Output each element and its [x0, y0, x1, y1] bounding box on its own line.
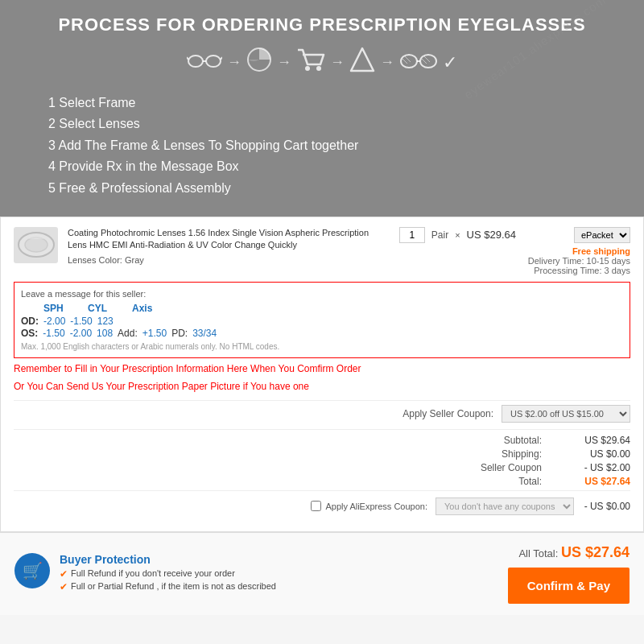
- page-title: PROCESS FOR ORDERING PRESCRIPTION EYEGLA…: [24, 14, 620, 35]
- svg-point-17: [25, 237, 47, 252]
- message-box: Leave a message for this seller: SPH CYL…: [14, 282, 630, 358]
- shipping-label: Shipping:: [477, 448, 542, 460]
- svg-point-7: [316, 66, 321, 71]
- ali-coupon-select[interactable]: You don't have any coupons: [436, 497, 574, 515]
- unit-price: US $29.64: [467, 229, 516, 241]
- shipping-row: Shipping: US $0.00: [14, 448, 630, 460]
- protection-text: Buyer Protection ✔ Full Refund if you do…: [60, 553, 495, 594]
- product-color: Lenses Color: Gray: [68, 255, 390, 265]
- arrow-icon-3: →: [330, 54, 345, 71]
- confirm-pay-button[interactable]: Confirm & Pay: [508, 568, 630, 604]
- shipping-value: US $0.00: [566, 448, 630, 460]
- processing-time: Processing Time: 3 days: [526, 266, 630, 275]
- checkmark-icon: ✓: [443, 52, 457, 73]
- reminder-text: Remember to Fill in Your Prescription In…: [14, 363, 630, 374]
- ali-coupon-checkbox[interactable]: [311, 501, 321, 511]
- shipping-info: ePacket Free shipping Delivery Time: 10-…: [526, 227, 630, 275]
- os-sph: -1.50: [43, 328, 64, 339]
- axis-header: Axis: [132, 303, 160, 314]
- svg-line-4: [221, 57, 222, 60]
- svg-point-9: [401, 55, 417, 68]
- svg-line-15: [424, 56, 430, 62]
- protection-item-2: ✔ Full or Partial Refund , if the item i…: [60, 581, 495, 592]
- os-axis: 108: [97, 328, 113, 339]
- product-title: Coating Photochromic Lenses 1.56 Index S…: [68, 227, 390, 252]
- svg-point-1: [206, 56, 221, 67]
- svg-line-12: [402, 59, 407, 64]
- steps-list: 1 Select Frame 2 Select Lenses 3 Add The…: [24, 93, 620, 199]
- qty-unit: Pair: [431, 229, 448, 241]
- check-icon-1: ✔: [60, 568, 68, 580]
- rx-od-row: OD: -2.00 -1.50 123: [21, 316, 623, 327]
- subtotal-value: US $29.64: [566, 435, 630, 446]
- lens-icon: [246, 47, 272, 78]
- total-label: Total:: [477, 476, 542, 487]
- total-row-final: Total: US $27.64: [14, 476, 630, 487]
- aliexpress-coupon-row: Apply AliExpress Coupon: You don't have …: [14, 490, 630, 522]
- svg-point-0: [188, 56, 203, 67]
- ali-coupon-label[interactable]: Apply AliExpress Coupon:: [311, 501, 427, 511]
- sph-header: SPH: [43, 303, 72, 314]
- seller-coupon-row: Seller Coupon - US $2.00: [14, 462, 630, 473]
- total-value: US $27.64: [566, 476, 630, 487]
- cart-shield-icon: 🛒: [23, 561, 43, 580]
- rx-glasses-icon: [399, 50, 438, 76]
- coupon-label: Apply Seller Coupon:: [402, 408, 493, 419]
- od-cyl: -1.50: [70, 316, 92, 327]
- checkout-bar: 🛒 Buyer Protection ✔ Full Refund if you …: [0, 532, 644, 615]
- cart-icon: [296, 47, 325, 78]
- all-total-value: US $27.64: [561, 544, 630, 560]
- od-sph: -2.00: [43, 316, 65, 327]
- seller-coupon-label: Seller Coupon: [477, 462, 542, 473]
- rx-os-row: OS: -1.50 -2.00 108 Add: +1.50 PD: 33/34: [21, 328, 623, 339]
- check-icon-2: ✔: [60, 581, 68, 592]
- step-3: 3 Add The Frame & Lenses To Shopping Car…: [48, 135, 620, 156]
- protection-item-1: ✔ Full Refund if you don't receive your …: [60, 568, 495, 580]
- coupon-select[interactable]: US $2.00 off US $15.00: [502, 405, 630, 423]
- step-1: 1 Select Frame: [48, 93, 620, 114]
- os-pd: 33/34: [192, 328, 217, 339]
- seller-coupon-value: - US $2.00: [566, 462, 630, 473]
- warning-icon: [349, 47, 375, 78]
- all-total-row: All Total: US $27.64: [518, 544, 630, 561]
- ali-coupon-discount: - US $0.00: [582, 501, 630, 512]
- svg-line-13: [405, 56, 411, 62]
- svg-line-3: [187, 57, 188, 60]
- od-axis: 123: [97, 316, 114, 327]
- product-info: Coating Photochromic Lenses 1.56 Index S…: [68, 227, 390, 265]
- subtotal-row: Subtotal: US $29.64: [14, 435, 630, 446]
- svg-point-10: [420, 55, 436, 68]
- message-label: Leave a message for this seller:: [21, 289, 623, 299]
- svg-marker-8: [351, 48, 374, 71]
- quantity-input[interactable]: [399, 227, 425, 243]
- arrow-icon-4: →: [380, 54, 394, 71]
- arrow-icon-2: →: [277, 54, 291, 71]
- checkout-right: All Total: US $27.64 Confirm & Pay: [508, 544, 630, 604]
- product-section: Coating Photochromic Lenses 1.56 Index S…: [0, 217, 644, 532]
- totals-section: Subtotal: US $29.64 Shipping: US $0.00 S…: [14, 429, 630, 487]
- step-4: 4 Provide Rx in the Message Box: [48, 156, 620, 177]
- shipping-method-select[interactable]: ePacket: [574, 227, 630, 243]
- coupon-row: Apply Seller Coupon: US $2.00 off US $15…: [14, 400, 630, 423]
- header-banner: PROCESS FOR ORDERING PRESCRIPTION EYEGLA…: [0, 0, 644, 217]
- subtotal-label: Subtotal:: [477, 435, 542, 446]
- step-2: 2 Select Lenses: [48, 114, 620, 134]
- shield-icon: 🛒: [14, 553, 50, 588]
- buyer-protection: 🛒 Buyer Protection ✔ Full Refund if you …: [14, 553, 495, 594]
- product-row: Coating Photochromic Lenses 1.56 Index S…: [14, 227, 630, 275]
- svg-line-14: [422, 59, 427, 64]
- arrow-icon-1: →: [227, 54, 242, 71]
- alternative-text: Or You Can Send Us Your Prescription Pap…: [14, 381, 630, 392]
- product-qty-price: Pair × US $29.64: [399, 227, 516, 243]
- cyl-header: CYL: [88, 303, 116, 314]
- message-limit: Max. 1,000 English characters or Arabic …: [21, 342, 623, 351]
- free-shipping-label: Free shipping: [526, 246, 630, 256]
- os-cyl: -2.00: [70, 328, 92, 339]
- product-image: [14, 227, 58, 263]
- os-add: +1.50: [142, 328, 167, 339]
- protection-title: Buyer Protection: [60, 553, 495, 566]
- delivery-time: Delivery Time: 10-15 days: [526, 256, 630, 266]
- glasses-icon: [187, 50, 222, 76]
- process-icons-row: → → →: [24, 47, 620, 78]
- step-5: 5 Free & Professional Assembly: [48, 178, 620, 199]
